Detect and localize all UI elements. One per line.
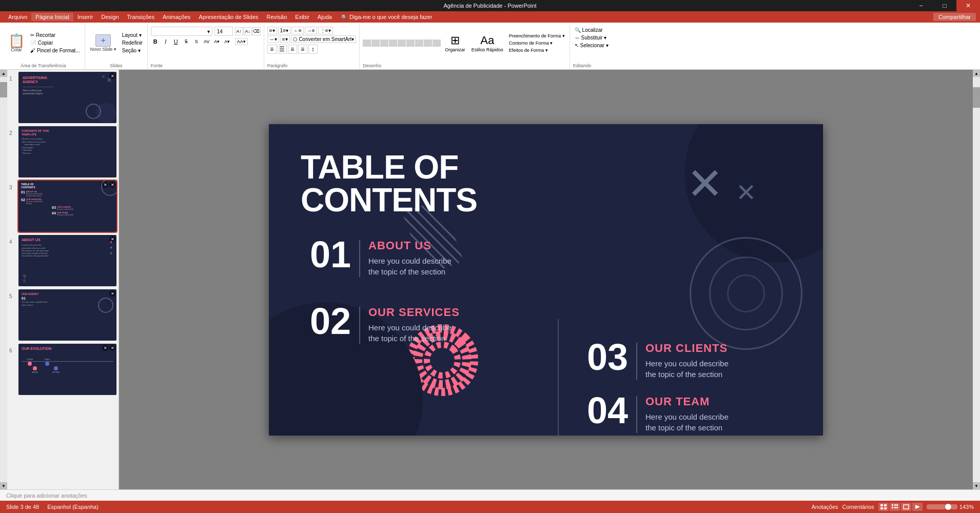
minimize-button[interactable]: −: [909, 0, 933, 11]
notes-bar[interactable]: Clique para adicionar anotações: [0, 489, 980, 501]
uppercase-button[interactable]: AA▾: [235, 38, 248, 45]
redefinir-button[interactable]: Redefinir: [121, 40, 144, 46]
reading-view-btn[interactable]: [901, 503, 911, 511]
menu-revisao[interactable]: Revisão: [263, 13, 291, 21]
close-button[interactable]: ✕: [956, 0, 980, 11]
presentation-btn[interactable]: [912, 503, 923, 511]
numbering-button[interactable]: 1≡▾: [278, 27, 290, 34]
right-scroll-down[interactable]: ▼: [973, 482, 980, 489]
slide-thumb-3[interactable]: 3 TABLE OFCONTENTS 01 ABOUT US Here you …: [9, 181, 116, 232]
slide-4-close[interactable]: ✕: [109, 236, 115, 242]
preenchimento-forma-button[interactable]: Preenchimento de Forma ▾: [507, 33, 566, 39]
menu-transicoes[interactable]: Transições: [123, 13, 159, 21]
shape-btn-8[interactable]: [424, 40, 432, 47]
normal-view-btn[interactable]: [878, 503, 889, 511]
increase-indent-button[interactable]: →≡: [305, 27, 317, 34]
secao-button[interactable]: Seção ▾: [121, 47, 144, 54]
slide-thumb-5[interactable]: 5 OUR AGENCY 01 You can enter a subtitle…: [9, 289, 116, 341]
text-direction-button[interactable]: ↔▾: [267, 35, 279, 43]
center-button[interactable]: ☰: [278, 45, 287, 54]
font-increase-button[interactable]: A↑: [235, 27, 243, 35]
shape-btn-3[interactable]: [380, 40, 388, 47]
spacing-button[interactable]: AV: [202, 37, 211, 46]
font-color-button[interactable]: A▾: [212, 37, 222, 46]
align-left-button[interactable]: ≡: [267, 45, 277, 54]
slide-thumb-6[interactable]: 6 OUR EVOLUTION JUPITER VENUS: [9, 344, 116, 395]
slide-thumb-2[interactable]: 2 CONTENTS OF THISTEMPLATE • A slide for…: [9, 126, 116, 177]
maximize-button[interactable]: □: [933, 0, 956, 11]
selecionar-button[interactable]: ↖ Selecionar ▾: [573, 42, 610, 49]
right-scrollbar[interactable]: ▲ ▼: [973, 70, 980, 489]
italic-button[interactable]: I: [161, 37, 170, 46]
organizar-button[interactable]: ⊞ Organizar: [443, 33, 467, 53]
zoom-thumb[interactable]: [945, 504, 951, 510]
slide-preview-2[interactable]: CONTENTS OF THISTEMPLATE • A slide for e…: [18, 126, 116, 177]
colar-button[interactable]: 📋 Colar: [5, 33, 28, 53]
font-family-selector[interactable]: ▾: [151, 27, 212, 36]
slide-6-close1[interactable]: ✕: [102, 345, 108, 351]
notes-btn[interactable]: Anotações: [812, 504, 838, 510]
bold-button[interactable]: B: [151, 37, 160, 46]
font-size-input[interactable]: 14: [214, 27, 233, 36]
contorno-forma-button[interactable]: Contorno de Forma ▾: [507, 40, 566, 46]
comments-btn[interactable]: Comentários: [842, 504, 874, 510]
menu-apresentacao[interactable]: Apresentação de Slides: [194, 13, 262, 21]
shape-btn-6[interactable]: [406, 40, 415, 47]
menu-design[interactable]: Design: [97, 13, 123, 21]
efeitos-forma-button[interactable]: Efeitos de Forma ▾: [507, 47, 566, 53]
shape-btn-5[interactable]: [398, 40, 406, 47]
novo-slide-button[interactable]: + Novo Slide ▾: [88, 33, 119, 53]
scroll-down-button[interactable]: ▼: [0, 482, 7, 489]
slide-3-close[interactable]: ✕: [109, 182, 115, 188]
slide-sorter-btn[interactable]: [890, 503, 900, 511]
scroll-up-button[interactable]: ▲: [0, 70, 7, 77]
shape-btn-7[interactable]: [415, 40, 423, 47]
substituir-button[interactable]: ↔ Substituir ▾: [573, 34, 610, 41]
strikethrough-button[interactable]: S̶: [182, 37, 191, 46]
bullets-button[interactable]: ≡▾: [267, 27, 277, 34]
font-decrease-button[interactable]: A↓: [244, 27, 252, 35]
slide-preview-6[interactable]: OUR EVOLUTION JUPITER VENUS: [18, 344, 116, 395]
copiar-button[interactable]: 📄 Copiar: [29, 40, 82, 46]
slide-5-close[interactable]: ✕: [109, 290, 115, 297]
slide-1-close[interactable]: ✕: [109, 73, 115, 79]
pincel-button[interactable]: 🖌 Pincel de Format...: [29, 47, 82, 54]
menu-exibir[interactable]: Exibir: [291, 13, 313, 21]
slide-thumb-1[interactable]: 1 ADVERTISING AGENCY Here is where yourp…: [9, 72, 116, 123]
shape-btn-9[interactable]: [433, 40, 441, 47]
underline-button[interactable]: U: [171, 37, 181, 46]
shadow-button[interactable]: S: [192, 37, 201, 46]
recortar-button[interactable]: ✂ Recortar: [29, 32, 82, 38]
shape-btn-4[interactable]: [389, 40, 397, 47]
slide-preview-1[interactable]: ADVERTISING AGENCY Here is where yourpre…: [18, 72, 116, 123]
layout-button[interactable]: Layout ▾: [121, 32, 144, 38]
slide-preview-4[interactable]: ABOUT US It could be the part of thepres…: [18, 235, 116, 286]
menu-diga-me[interactable]: 🔍 Diga-me o que você deseja fazer: [336, 13, 437, 21]
slide-preview-3[interactable]: TABLE OFCONTENTS 01 ABOUT US Here you co…: [18, 181, 116, 232]
align-text-button[interactable]: ≡▾: [280, 35, 290, 43]
clear-format-button[interactable]: ⌫: [252, 27, 261, 35]
menu-pagina-inicial[interactable]: Página Inicial: [31, 13, 73, 21]
menu-arquivo[interactable]: Arquivo: [4, 13, 31, 21]
highlight-button[interactable]: A▾: [223, 37, 232, 46]
align-right-button[interactable]: ≡: [288, 45, 297, 54]
slide-thumb-4[interactable]: 4 ABOUT US It could be the part of thepr…: [9, 235, 116, 286]
shape-btn-1[interactable]: [363, 40, 371, 47]
decrease-indent-button[interactable]: ←≡: [291, 27, 304, 34]
right-scroll-up[interactable]: ▲: [973, 70, 980, 77]
share-button[interactable]: Compartilhar: [933, 13, 976, 21]
slide-6-close2[interactable]: ✕: [109, 345, 115, 351]
left-scrollbar[interactable]: ▲ ▼: [0, 70, 7, 489]
estilos-rapidos-button[interactable]: Aa Estilos Rápidos: [469, 33, 505, 53]
scroll-thumb-left[interactable]: [0, 82, 7, 97]
menu-ajuda[interactable]: Ajuda: [313, 13, 336, 21]
justify-button[interactable]: ≡: [298, 45, 307, 54]
slide-preview-5[interactable]: OUR AGENCY 01 You can enter a subtitle h…: [18, 289, 116, 341]
main-slide[interactable]: ✕ ✕: [269, 124, 823, 436]
right-scroll-thumb[interactable]: [973, 87, 980, 108]
menu-animacoes[interactable]: Animações: [159, 13, 194, 21]
zoom-slider[interactable]: [927, 504, 957, 509]
slide-3-close2[interactable]: ✕: [102, 182, 108, 188]
localizar-button[interactable]: 🔍 Localizar: [573, 27, 610, 33]
menu-inserir[interactable]: Inserir: [73, 13, 97, 21]
